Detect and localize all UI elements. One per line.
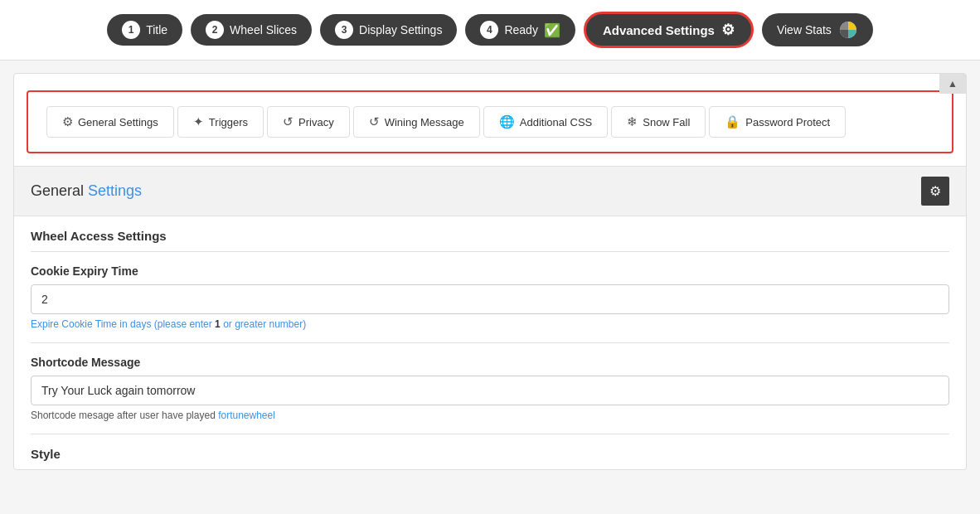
step-display-settings-btn[interactable]: 3 Display Settings (320, 14, 457, 46)
step-num-3: 3 (335, 21, 353, 39)
tab-nav: ⚙ General Settings ✦ Triggers ↺ Privacy … (27, 90, 953, 153)
wining-message-icon: ↺ (369, 114, 380, 129)
snow-fall-icon: ❄ (627, 114, 638, 129)
step-num-2: 2 (206, 21, 224, 39)
section-heading: General Settings ⚙ (14, 166, 966, 216)
ready-check-icon: ✅ (544, 22, 560, 38)
step-ready-label: Ready (504, 23, 537, 36)
step-display-settings-label: Display Settings (359, 23, 442, 36)
tab-snow-fall[interactable]: ❄ Snow Fall (611, 106, 706, 138)
tab-triggers[interactable]: ✦ Triggers (177, 106, 264, 138)
wheel-access-title: Wheel Access Settings (31, 216, 949, 252)
tab-additional-css-label: Additional CSS (520, 116, 592, 128)
cookie-expiry-group: Cookie Expiry Time Expire Cookie Time in… (31, 252, 949, 343)
main-content: ▲ ⚙ General Settings ✦ Triggers ↺ Privac… (13, 73, 967, 470)
shortcode-input[interactable] (31, 376, 949, 405)
shortcode-label: Shortcode Message (31, 356, 949, 369)
triggers-icon: ✦ (193, 114, 204, 129)
cookie-hint-prefix: Expire Cookie Time in days (please enter (31, 318, 215, 330)
privacy-icon: ↺ (283, 114, 294, 129)
form-content: Wheel Access Settings Cookie Expiry Time… (14, 216, 966, 469)
view-stats-btn[interactable]: View Stats (762, 13, 873, 46)
tab-triggers-label: Triggers (209, 116, 248, 128)
style-title: Style (31, 434, 949, 469)
shortcode-hint: Shortcode mesage after user have played … (31, 410, 949, 421)
section-gear-btn[interactable]: ⚙ (921, 177, 949, 206)
tab-snow-fall-label: Snow Fall (643, 116, 690, 128)
advanced-settings-gear-icon: ⚙ (721, 21, 735, 39)
advanced-settings-label: Advanced Settings (603, 23, 715, 37)
cookie-hint-suffix: or greater number) (221, 318, 306, 330)
cookie-label: Cookie Expiry Time (31, 264, 949, 278)
step-title-label: Title (146, 23, 167, 36)
section-title: General Settings (31, 182, 142, 200)
tab-wining-message[interactable]: ↺ Wining Message (353, 106, 480, 138)
step-wheel-slices-btn[interactable]: 2 Wheel Slices (191, 14, 312, 46)
section-title-suffix: Settings (84, 182, 142, 199)
step-title-btn[interactable]: 1 Title (107, 14, 182, 46)
top-nav: 1 Title 2 Wheel Slices 3 Display Setting… (0, 0, 980, 61)
tab-wining-message-label: Wining Message (385, 116, 464, 128)
cookie-input[interactable] (31, 284, 949, 314)
tab-general-settings-label: General Settings (78, 116, 158, 128)
tab-privacy[interactable]: ↺ Privacy (267, 106, 350, 138)
shortcode-hint-link: fortunewheel (218, 410, 275, 421)
section-title-prefix: General (31, 182, 84, 199)
step-num-4: 4 (480, 21, 498, 39)
shortcode-group: Shortcode Message Shortcode mesage after… (31, 343, 949, 434)
tab-privacy-label: Privacy (298, 116, 334, 128)
additional-css-icon: 🌐 (499, 114, 515, 129)
step-ready-btn[interactable]: 4 Ready ✅ (465, 14, 575, 46)
tab-password-protect-label: Password Protect (745, 116, 830, 128)
collapse-btn[interactable]: ▲ (939, 74, 966, 94)
cookie-hint-num: 1 (215, 318, 221, 330)
general-settings-icon: ⚙ (62, 114, 73, 129)
advanced-settings-btn[interactable]: Advanced Settings ⚙ (584, 12, 754, 48)
password-protect-icon: 🔒 (725, 114, 740, 129)
view-stats-label: View Stats (777, 23, 832, 36)
pie-chart-icon (838, 20, 858, 40)
shortcode-hint-prefix: Shortcode mesage after user have played (31, 410, 218, 421)
step-num-1: 1 (122, 21, 140, 39)
tab-password-protect[interactable]: 🔒 Password Protect (709, 106, 846, 138)
step-wheel-slices-label: Wheel Slices (230, 23, 297, 36)
cookie-hint: Expire Cookie Time in days (please enter… (31, 318, 949, 330)
tab-general-settings[interactable]: ⚙ General Settings (46, 106, 174, 138)
tab-additional-css[interactable]: 🌐 Additional CSS (483, 106, 608, 138)
